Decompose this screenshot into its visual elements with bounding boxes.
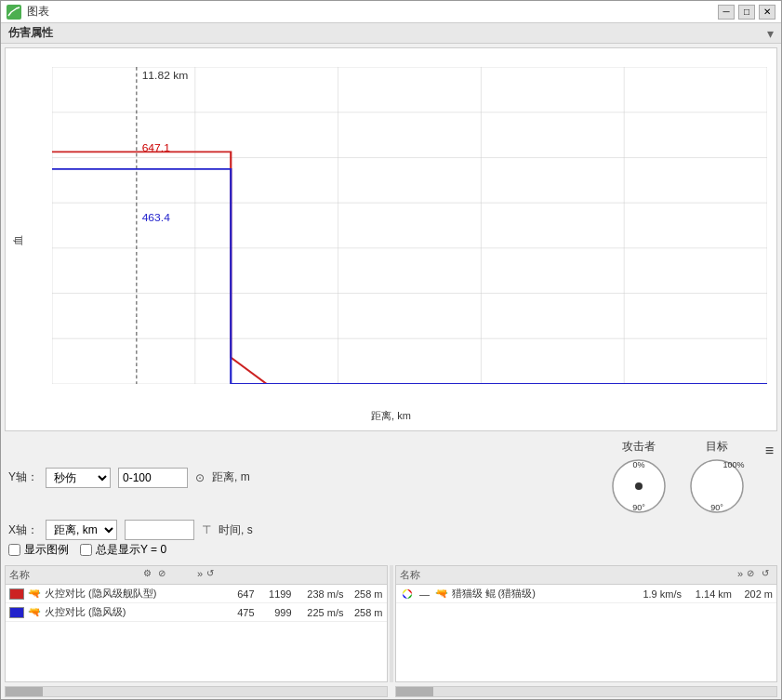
maximize-button[interactable]: □ <box>738 5 755 20</box>
y-axis-label: 血 <box>11 234 25 244</box>
row-val2-1: 1199 <box>258 588 292 600</box>
x-axis-select[interactable]: 距离, km <box>46 520 117 540</box>
row-icon-2: 🔫 <box>28 606 41 618</box>
range-input[interactable] <box>118 468 188 488</box>
svg-text:100%: 100% <box>722 460 744 469</box>
section-header: 伤害属性 ▾ <box>1 23 781 44</box>
y-axis-select[interactable]: 秒伤 <box>46 468 111 488</box>
scroll-separator <box>390 686 393 697</box>
y-axis-ctrl-label: Y轴： <box>8 469 38 485</box>
table-row: 🔫 火控对比 (隐风级舰队型) 647 1199 238 m/s 258 m <box>6 585 387 603</box>
range-label: 距离, m <box>212 469 250 485</box>
checkboxes-row: 显示图例 总是显示Y = 0 <box>8 542 774 558</box>
left-scrollbar[interactable] <box>390 565 393 682</box>
chart-svg: 0 100 200 300 400 500 600 700 0 20 40 60… <box>52 67 767 384</box>
section-dropdown-icon[interactable]: ▾ <box>767 26 774 41</box>
svg-text:463.4: 463.4 <box>142 213 170 223</box>
main-window: 图表 ─ □ ✕ 伤害属性 ▾ 血 距离, km <box>0 0 782 700</box>
chart-container: 血 距离, km 0 <box>5 47 777 431</box>
right-hscrollbar[interactable] <box>395 686 778 697</box>
right-header-arrow: » <box>709 568 743 582</box>
svg-text:90°: 90° <box>632 503 645 512</box>
left-hscrollbar-thumb[interactable] <box>6 687 43 696</box>
red-color-box <box>9 588 24 600</box>
right-header-name: 名称 <box>400 568 710 582</box>
show-legend-checkbox[interactable] <box>8 544 20 556</box>
row-icon-1: 🔫 <box>28 588 41 600</box>
section-title: 伤害属性 <box>8 25 53 41</box>
row-name-2: 火控对比 (隐风级) <box>45 605 221 619</box>
row-val4-2: 258 m <box>348 607 383 618</box>
controls-area: Y轴： 秒伤 ⊙ 距离, m 攻击者 0% 90° <box>1 435 781 565</box>
always-show-y0-label: 总是显示Y = 0 <box>96 542 166 558</box>
right-hscrollbar-thumb[interactable] <box>396 687 433 696</box>
row-val4-1: 258 m <box>348 588 383 600</box>
time-icon: ⊤ <box>202 523 211 536</box>
right-row-val3: 202 m <box>736 588 773 600</box>
left-header-icon3: ↺ <box>203 568 218 582</box>
right-row-val1: 1.9 km/s <box>633 588 682 600</box>
menu-icon[interactable]: ≡ <box>765 442 774 459</box>
row-name-1: 火控对比 (隐风级舰队型) <box>45 587 221 601</box>
left-header-name: 名称 <box>9 568 139 582</box>
left-hscrollbar[interactable] <box>5 686 388 697</box>
target-compass: 目标 100% 90° <box>687 439 747 516</box>
always-show-y0-checkbox[interactable] <box>80 544 92 556</box>
row-val1-2: 475 <box>225 607 255 618</box>
table-row: 🔫 火控对比 (隐风级) 475 999 225 m/s 258 m <box>6 603 387 622</box>
always-show-y0-checkbox-label[interactable]: 总是显示Y = 0 <box>80 542 166 558</box>
right-table-header: 名称 » ⊘ ↺ <box>396 566 777 585</box>
show-legend-label: 显示图例 <box>24 542 69 558</box>
attacker-compass-svg: 0% 90° <box>609 456 669 516</box>
left-header-icon1: ⚙ <box>139 568 154 582</box>
title-bar-controls: ─ □ ✕ <box>718 5 775 20</box>
title-bar: 图表 ─ □ ✕ <box>1 1 781 23</box>
time-input[interactable] <box>125 520 194 540</box>
right-row-icon: 🔫 <box>435 588 448 600</box>
chart-plot-area: 0 100 200 300 400 500 600 700 0 20 40 60… <box>52 67 767 384</box>
app-icon <box>7 5 21 20</box>
target-label: 目标 <box>706 439 728 455</box>
x-axis-label: 距离, km <box>371 409 411 423</box>
svg-text:90°: 90° <box>710 503 723 512</box>
svg-text:11.82 km: 11.82 km <box>142 71 189 81</box>
left-header-arrow: » <box>169 568 203 582</box>
controls-row1: Y轴： 秒伤 ⊙ 距离, m 攻击者 0% 90° <box>8 439 774 516</box>
row-val3-1: 238 m/s <box>296 588 344 600</box>
left-header-icon2: ⊘ <box>154 568 169 582</box>
right-row-dash: — <box>418 588 431 600</box>
title-bar-left: 图表 <box>7 4 49 20</box>
svg-text:0%: 0% <box>632 460 644 469</box>
minimize-button[interactable]: ─ <box>718 5 735 20</box>
table-row: — 🔫 猎猫级 鲲 (猎猫级) 1.9 km/s 1.14 km 202 m <box>396 585 777 603</box>
close-button[interactable]: ✕ <box>759 5 775 20</box>
right-row-name: 猎猫级 鲲 (猎猫级) <box>452 587 630 601</box>
time-label: 时间, s <box>219 522 253 538</box>
row-val3-2: 225 m/s <box>296 607 344 618</box>
bottom-scrollbars <box>1 686 781 699</box>
attacker-compass: 攻击者 0% 90° <box>609 439 669 516</box>
color-wheel-icon <box>400 588 415 600</box>
right-header-icon1: ⊘ <box>743 568 758 582</box>
bottom-section: 名称 ⚙ ⊘ » ↺ 🔫 火控对比 (隐风级舰队型) 647 1199 238 … <box>1 565 781 686</box>
left-table-header: 名称 ⚙ ⊘ » ↺ <box>6 566 387 585</box>
svg-point-36 <box>635 482 643 490</box>
window-title: 图表 <box>27 4 49 20</box>
left-table: 名称 ⚙ ⊘ » ↺ 🔫 火控对比 (隐风级舰队型) 647 1199 238 … <box>5 565 388 682</box>
blue-color-box <box>9 607 24 618</box>
right-header-icon2: ↺ <box>758 568 773 582</box>
show-legend-checkbox-label[interactable]: 显示图例 <box>8 542 69 558</box>
controls-row2: X轴： 距离, km ⊤ 时间, s <box>8 520 774 540</box>
x-axis-ctrl-label: X轴： <box>8 522 38 538</box>
row-val2-2: 999 <box>258 607 292 618</box>
distance-icon: ⊙ <box>195 471 205 484</box>
attacker-label: 攻击者 <box>622 439 656 455</box>
row-val1-1: 647 <box>225 588 255 600</box>
right-row-val2: 1.14 km <box>685 588 732 600</box>
target-compass-svg: 100% 90° <box>687 456 747 516</box>
right-table: 名称 » ⊘ ↺ — 🔫 猎猫级 鲲 (猎猫级) 1.9 km/s <box>395 565 778 682</box>
